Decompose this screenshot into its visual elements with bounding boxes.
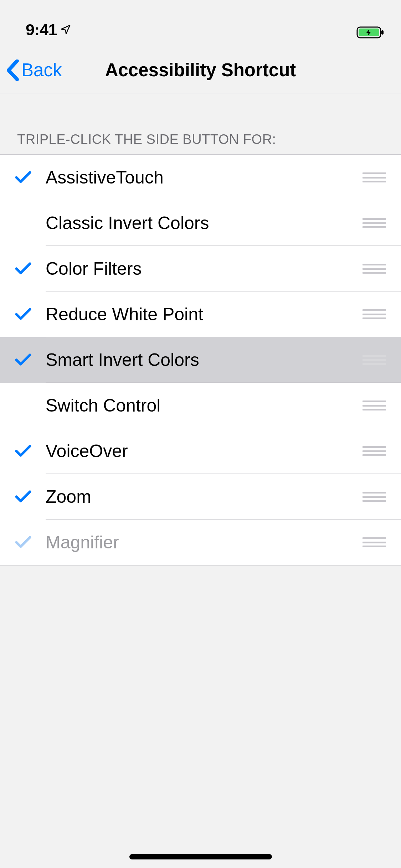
checkmark-column <box>15 536 46 549</box>
drag-handle-icon[interactable] <box>363 537 386 547</box>
list-item[interactable]: Magnifier <box>0 520 401 565</box>
navigation-bar: Back Accessibility Shortcut <box>0 47 401 93</box>
section-header: TRIPLE-CLICK THE SIDE BUTTON FOR: <box>0 93 401 154</box>
checkmark-column <box>15 308 46 321</box>
item-label: Reduce White Point <box>46 304 363 325</box>
location-icon <box>60 21 71 39</box>
chevron-left-icon <box>6 60 19 81</box>
item-label: Color Filters <box>46 258 363 279</box>
item-label: Classic Invert Colors <box>46 213 363 233</box>
checkmark-icon <box>15 308 31 321</box>
checkmark-icon <box>15 171 31 184</box>
item-label: AssistiveTouch <box>46 167 363 188</box>
home-indicator[interactable] <box>129 854 272 859</box>
checkmark-column <box>15 490 46 503</box>
item-label: Smart Invert Colors <box>46 350 363 370</box>
back-label: Back <box>21 60 62 81</box>
drag-handle-icon[interactable] <box>363 172 386 182</box>
list-item[interactable]: VoiceOver <box>0 428 401 474</box>
list-item[interactable]: Smart Invert Colors <box>0 337 401 383</box>
checkmark-icon <box>15 490 31 503</box>
item-label: Magnifier <box>46 532 363 553</box>
status-bar: 9:41 <box>0 0 401 47</box>
time-text: 9:41 <box>26 21 57 39</box>
drag-handle-icon[interactable] <box>363 401 386 410</box>
status-time: 9:41 <box>26 21 71 39</box>
item-label: Switch Control <box>46 395 363 416</box>
battery-indicator <box>356 26 385 39</box>
drag-handle-icon[interactable] <box>363 218 386 228</box>
page-title: Accessibility Shortcut <box>105 60 296 81</box>
list-item[interactable]: Classic Invert Colors <box>0 200 401 246</box>
list-item[interactable]: AssistiveTouch <box>0 155 401 200</box>
drag-handle-icon[interactable] <box>363 309 386 319</box>
list-item[interactable]: Zoom <box>0 474 401 520</box>
checkmark-column <box>15 171 46 184</box>
back-button[interactable]: Back <box>6 60 62 81</box>
item-label: Zoom <box>46 486 363 507</box>
shortcut-list: AssistiveTouchClassic Invert ColorsColor… <box>0 154 401 565</box>
checkmark-icon <box>15 353 31 366</box>
checkmark-column <box>15 445 46 458</box>
checkmark-column <box>15 353 46 366</box>
item-label: VoiceOver <box>46 441 363 461</box>
drag-handle-icon[interactable] <box>363 264 386 274</box>
checkmark-icon <box>15 445 31 458</box>
checkmark-icon <box>15 536 31 549</box>
drag-handle-icon[interactable] <box>363 446 386 456</box>
checkmark-icon <box>15 262 31 275</box>
list-item[interactable]: Color Filters <box>0 246 401 291</box>
drag-handle-icon[interactable] <box>363 355 386 365</box>
drag-handle-icon[interactable] <box>363 492 386 502</box>
list-item[interactable]: Reduce White Point <box>0 291 401 337</box>
svg-rect-1 <box>381 30 384 35</box>
checkmark-column <box>15 262 46 275</box>
list-item[interactable]: Switch Control <box>0 383 401 428</box>
